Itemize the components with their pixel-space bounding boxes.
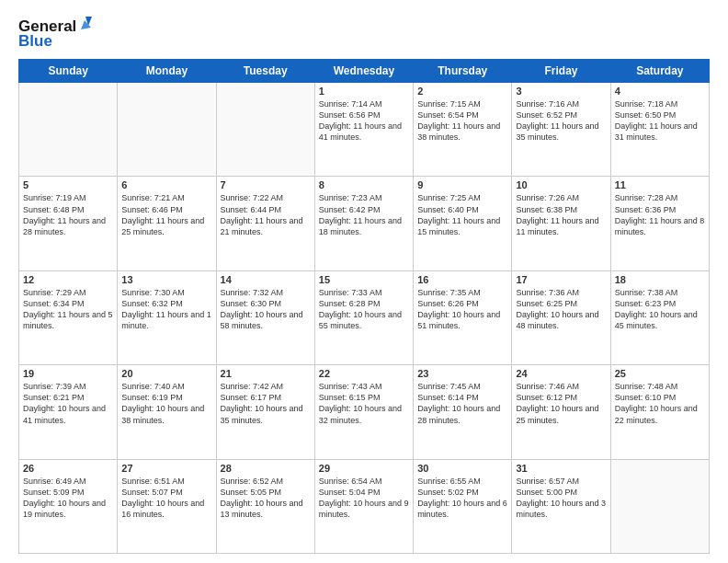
calendar-table: SundayMondayTuesdayWednesdayThursdayFrid… xyxy=(18,59,710,554)
day-num-17: 17 xyxy=(516,274,606,285)
day-info-4: Sunrise: 7:18 AM Sunset: 6:50 PM Dayligh… xyxy=(615,98,705,144)
day-num-14: 14 xyxy=(221,274,311,285)
day-info-6: Sunrise: 7:21 AM Sunset: 6:46 PM Dayligh… xyxy=(121,192,211,237)
page: General Blue SundayMondayTuesdayWednesda… xyxy=(0,0,728,563)
week-row-2: 5Sunrise: 7:19 AM Sunset: 6:48 PM Daylig… xyxy=(19,177,710,270)
day-info-10: Sunrise: 7:26 AM Sunset: 6:38 PM Dayligh… xyxy=(516,192,606,237)
day-cell-12: 12Sunrise: 7:29 AM Sunset: 6:34 PM Dayli… xyxy=(19,270,118,364)
weekday-header-thursday: Thursday xyxy=(414,60,512,83)
day-info-20: Sunrise: 7:40 AM Sunset: 6:19 PM Dayligh… xyxy=(121,381,211,426)
day-num-20: 20 xyxy=(121,368,211,379)
day-num-10: 10 xyxy=(516,179,606,190)
day-num-2: 2 xyxy=(417,86,507,97)
day-info-26: Sunrise: 6:49 AM Sunset: 5:09 PM Dayligh… xyxy=(23,476,113,521)
day-cell-empty xyxy=(216,83,314,177)
day-num-9: 9 xyxy=(417,179,507,190)
day-num-29: 29 xyxy=(319,463,409,474)
weekday-header-wednesday: Wednesday xyxy=(314,60,413,83)
day-cell-21: 21Sunrise: 7:42 AM Sunset: 6:17 PM Dayli… xyxy=(216,365,314,459)
weekday-header-monday: Monday xyxy=(118,60,216,83)
day-info-1: Sunrise: 7:14 AM Sunset: 6:56 PM Dayligh… xyxy=(319,98,409,144)
week-row-1: 1Sunrise: 7:14 AM Sunset: 6:56 PM Daylig… xyxy=(19,83,710,177)
day-info-9: Sunrise: 7:25 AM Sunset: 6:40 PM Dayligh… xyxy=(417,192,507,237)
day-cell-30: 30Sunrise: 6:55 AM Sunset: 5:02 PM Dayli… xyxy=(414,459,512,553)
day-num-31: 31 xyxy=(516,463,606,474)
day-num-27: 27 xyxy=(121,463,211,474)
day-num-4: 4 xyxy=(615,86,705,97)
day-cell-empty xyxy=(118,83,216,177)
logo-row: General Blue xyxy=(18,15,92,50)
day-info-11: Sunrise: 7:28 AM Sunset: 6:36 PM Dayligh… xyxy=(615,192,705,237)
svg-text:Blue: Blue xyxy=(18,32,52,50)
day-num-3: 3 xyxy=(516,86,606,97)
day-num-12: 12 xyxy=(23,274,113,285)
day-info-13: Sunrise: 7:30 AM Sunset: 6:32 PM Dayligh… xyxy=(121,287,211,332)
day-cell-29: 29Sunrise: 6:54 AM Sunset: 5:04 PM Dayli… xyxy=(314,459,413,553)
day-cell-10: 10Sunrise: 7:26 AM Sunset: 6:38 PM Dayli… xyxy=(512,177,610,270)
day-num-7: 7 xyxy=(221,179,311,190)
weekday-header-sunday: Sunday xyxy=(19,60,118,83)
day-num-22: 22 xyxy=(319,368,409,379)
day-num-13: 13 xyxy=(121,274,211,285)
day-info-12: Sunrise: 7:29 AM Sunset: 6:34 PM Dayligh… xyxy=(23,287,113,332)
day-num-16: 16 xyxy=(417,274,507,285)
day-cell-9: 9Sunrise: 7:25 AM Sunset: 6:40 PM Daylig… xyxy=(414,177,512,270)
day-cell-20: 20Sunrise: 7:40 AM Sunset: 6:19 PM Dayli… xyxy=(118,365,216,459)
weekday-header-tuesday: Tuesday xyxy=(216,60,314,83)
day-cell-16: 16Sunrise: 7:35 AM Sunset: 6:26 PM Dayli… xyxy=(414,270,512,364)
day-cell-empty xyxy=(610,459,709,553)
week-row-5: 26Sunrise: 6:49 AM Sunset: 5:09 PM Dayli… xyxy=(19,459,710,553)
day-info-16: Sunrise: 7:35 AM Sunset: 6:26 PM Dayligh… xyxy=(417,287,507,332)
day-info-5: Sunrise: 7:19 AM Sunset: 6:48 PM Dayligh… xyxy=(23,192,113,237)
day-cell-27: 27Sunrise: 6:51 AM Sunset: 5:07 PM Dayli… xyxy=(118,459,216,553)
day-cell-25: 25Sunrise: 7:48 AM Sunset: 6:10 PM Dayli… xyxy=(610,365,709,459)
day-num-1: 1 xyxy=(319,86,409,97)
day-cell-24: 24Sunrise: 7:46 AM Sunset: 6:12 PM Dayli… xyxy=(512,365,610,459)
calendar-body: 1Sunrise: 7:14 AM Sunset: 6:56 PM Daylig… xyxy=(19,83,710,554)
day-info-25: Sunrise: 7:48 AM Sunset: 6:10 PM Dayligh… xyxy=(615,381,705,426)
day-info-27: Sunrise: 6:51 AM Sunset: 5:07 PM Dayligh… xyxy=(121,476,211,521)
weekday-header-row: SundayMondayTuesdayWednesdayThursdayFrid… xyxy=(19,60,710,83)
day-num-15: 15 xyxy=(319,274,409,285)
day-info-28: Sunrise: 6:52 AM Sunset: 5:05 PM Dayligh… xyxy=(221,476,311,521)
day-info-15: Sunrise: 7:33 AM Sunset: 6:28 PM Dayligh… xyxy=(319,287,409,332)
day-cell-6: 6Sunrise: 7:21 AM Sunset: 6:46 PM Daylig… xyxy=(118,177,216,270)
day-cell-1: 1Sunrise: 7:14 AM Sunset: 6:56 PM Daylig… xyxy=(314,83,413,177)
day-cell-empty xyxy=(19,83,118,177)
day-info-23: Sunrise: 7:45 AM Sunset: 6:14 PM Dayligh… xyxy=(417,381,507,426)
day-cell-18: 18Sunrise: 7:38 AM Sunset: 6:23 PM Dayli… xyxy=(610,270,709,364)
day-info-18: Sunrise: 7:38 AM Sunset: 6:23 PM Dayligh… xyxy=(615,287,705,332)
day-cell-19: 19Sunrise: 7:39 AM Sunset: 6:21 PM Dayli… xyxy=(19,365,118,459)
day-cell-4: 4Sunrise: 7:18 AM Sunset: 6:50 PM Daylig… xyxy=(610,83,709,177)
day-info-7: Sunrise: 7:22 AM Sunset: 6:44 PM Dayligh… xyxy=(221,192,311,237)
day-info-19: Sunrise: 7:39 AM Sunset: 6:21 PM Dayligh… xyxy=(23,381,113,426)
day-cell-28: 28Sunrise: 6:52 AM Sunset: 5:05 PM Dayli… xyxy=(216,459,314,553)
day-num-18: 18 xyxy=(615,274,705,285)
day-info-22: Sunrise: 7:43 AM Sunset: 6:15 PM Dayligh… xyxy=(319,381,409,426)
day-cell-22: 22Sunrise: 7:43 AM Sunset: 6:15 PM Dayli… xyxy=(314,365,413,459)
day-num-11: 11 xyxy=(615,179,705,190)
day-info-31: Sunrise: 6:57 AM Sunset: 5:00 PM Dayligh… xyxy=(516,476,606,521)
day-info-29: Sunrise: 6:54 AM Sunset: 5:04 PM Dayligh… xyxy=(319,476,409,521)
day-cell-7: 7Sunrise: 7:22 AM Sunset: 6:44 PM Daylig… xyxy=(216,177,314,270)
week-row-3: 12Sunrise: 7:29 AM Sunset: 6:34 PM Dayli… xyxy=(19,270,710,364)
day-info-21: Sunrise: 7:42 AM Sunset: 6:17 PM Dayligh… xyxy=(221,381,311,426)
day-num-24: 24 xyxy=(516,368,606,379)
day-cell-8: 8Sunrise: 7:23 AM Sunset: 6:42 PM Daylig… xyxy=(314,177,413,270)
day-cell-3: 3Sunrise: 7:16 AM Sunset: 6:52 PM Daylig… xyxy=(512,83,610,177)
day-cell-23: 23Sunrise: 7:45 AM Sunset: 6:14 PM Dayli… xyxy=(414,365,512,459)
day-num-21: 21 xyxy=(221,368,311,379)
day-cell-15: 15Sunrise: 7:33 AM Sunset: 6:28 PM Dayli… xyxy=(314,270,413,364)
day-cell-31: 31Sunrise: 6:57 AM Sunset: 5:00 PM Dayli… xyxy=(512,459,610,553)
day-num-8: 8 xyxy=(319,179,409,190)
day-info-24: Sunrise: 7:46 AM Sunset: 6:12 PM Dayligh… xyxy=(516,381,606,426)
day-cell-2: 2Sunrise: 7:15 AM Sunset: 6:54 PM Daylig… xyxy=(414,83,512,177)
day-num-5: 5 xyxy=(23,179,113,190)
day-cell-13: 13Sunrise: 7:30 AM Sunset: 6:32 PM Dayli… xyxy=(118,270,216,364)
day-num-26: 26 xyxy=(23,463,113,474)
day-info-14: Sunrise: 7:32 AM Sunset: 6:30 PM Dayligh… xyxy=(221,287,311,332)
weekday-header-friday: Friday xyxy=(512,60,610,83)
day-info-30: Sunrise: 6:55 AM Sunset: 5:02 PM Dayligh… xyxy=(417,476,507,521)
logo: General Blue xyxy=(18,15,92,50)
day-cell-5: 5Sunrise: 7:19 AM Sunset: 6:48 PM Daylig… xyxy=(19,177,118,270)
